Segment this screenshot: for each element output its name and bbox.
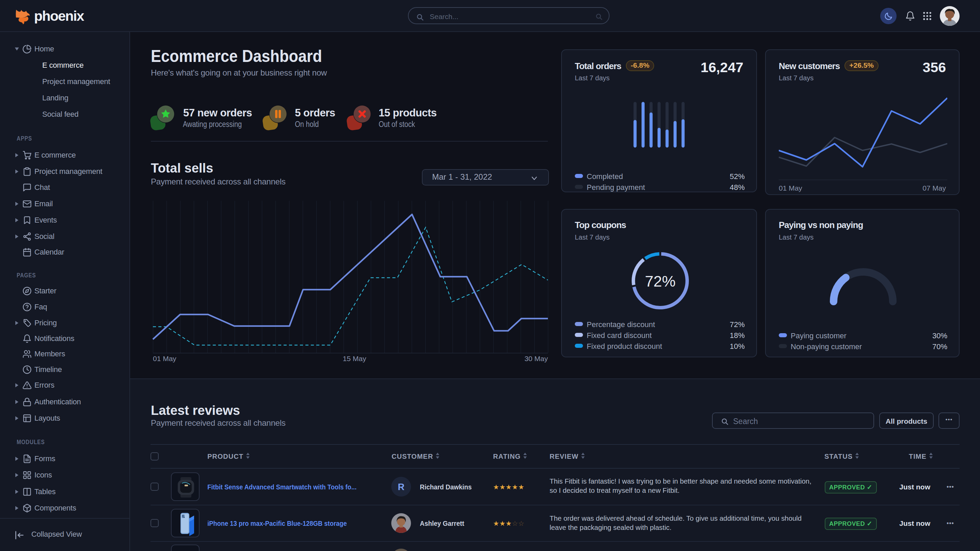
svg-text:72%: 72% [645, 273, 676, 290]
svg-text:15 May: 15 May [343, 355, 366, 362]
svg-text:01 May: 01 May [153, 355, 177, 362]
svg-text:30 May: 30 May [524, 355, 548, 362]
